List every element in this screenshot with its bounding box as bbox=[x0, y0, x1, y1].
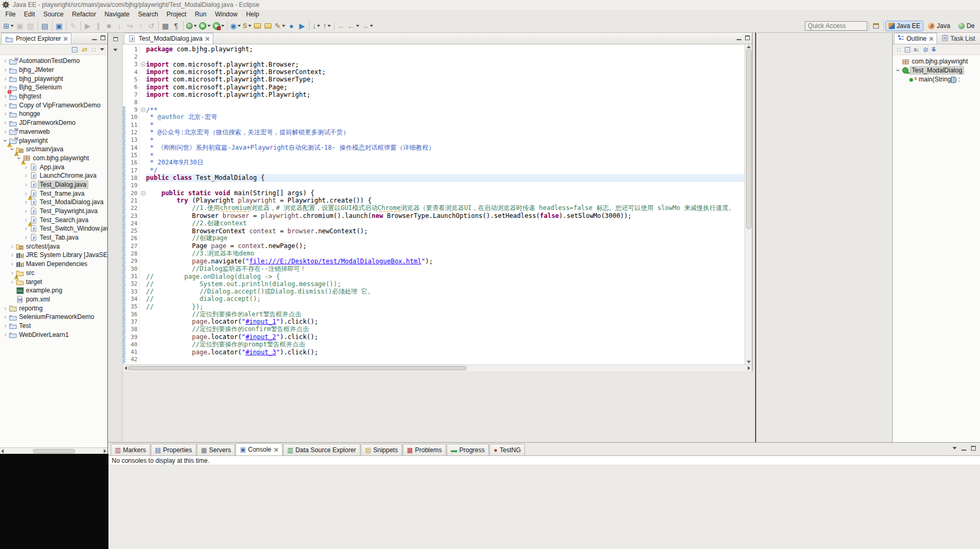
tree-item-test-dialog-java[interactable]: ›JTest_Dialog.java bbox=[0, 180, 107, 189]
code-line-35[interactable]: 35// }); bbox=[123, 303, 745, 310]
link-with-editor-icon[interactable]: ⇄ bbox=[81, 45, 87, 53]
tree-item-hongge[interactable]: ›hongge bbox=[0, 109, 107, 118]
chevron-collapsed-icon[interactable]: › bbox=[23, 235, 29, 240]
open-element-icon[interactable]: ▤ bbox=[40, 20, 50, 32]
code-line-32[interactable]: 32// System.out.println(dialog.message()… bbox=[123, 280, 745, 288]
code-line-7[interactable]: 7import com.microsoft.playwright.Playwri… bbox=[123, 91, 745, 98]
tree-item-com-bjhg-playwright[interactable]: ›com.bjhg.playwright bbox=[0, 154, 107, 163]
coverage-icon[interactable] bbox=[212, 20, 225, 32]
tree-item-seleniumframeworkdemo[interactable]: ›SeleniumFrameworkDemo bbox=[0, 313, 107, 322]
dropdown-caret-icon[interactable] bbox=[194, 25, 197, 27]
quick-access-input[interactable] bbox=[805, 21, 867, 31]
code-line-11[interactable]: 11 * bbox=[123, 121, 745, 129]
sort-icon[interactable]: a↓ bbox=[914, 47, 920, 52]
tab-servers[interactable]: ▦Servers bbox=[197, 444, 235, 455]
show-whitespace-icon[interactable]: ¶ bbox=[171, 20, 182, 32]
code-line-34[interactable]: 34// dialog.accept(); bbox=[123, 295, 745, 303]
new-servlet-icon[interactable]: S bbox=[242, 20, 252, 32]
chevron-collapsed-icon[interactable]: › bbox=[23, 182, 29, 187]
fold-collapse-icon[interactable] bbox=[139, 61, 146, 68]
code-line-40[interactable]: 40 //定位到要操作的prompt警告框并点击 bbox=[123, 341, 745, 348]
hide-fields-icon[interactable]: ⊘ bbox=[923, 46, 928, 53]
perspective-de[interactable]: De bbox=[955, 21, 978, 31]
dropdown-caret-icon[interactable] bbox=[11, 25, 14, 27]
tree-item-test-search-java[interactable]: ›JTest_Search.java bbox=[0, 215, 107, 224]
maximize-icon[interactable] bbox=[101, 35, 105, 40]
chevron-collapsed-icon[interactable]: › bbox=[2, 67, 8, 72]
project-explorer-hscrollbar[interactable] bbox=[0, 447, 107, 454]
code-line-29[interactable]: 29 page.navigate("file:///E:/Desktop/tes… bbox=[123, 258, 745, 265]
close-icon[interactable] bbox=[929, 36, 933, 41]
editor-hscrollbar[interactable] bbox=[123, 364, 752, 371]
forward-icon[interactable]: → bbox=[360, 20, 374, 32]
tree-item-test-playwright-java[interactable]: ›JTest_Playwright.java bbox=[0, 207, 107, 216]
chevron-collapsed-icon[interactable]: › bbox=[2, 94, 8, 99]
code-line-19[interactable]: 19 bbox=[123, 182, 745, 189]
tree-item-src[interactable]: ›src bbox=[0, 269, 107, 278]
chevron-collapsed-icon[interactable]: › bbox=[23, 208, 29, 214]
tree-item-mavenweb[interactable]: ›Mmavenweb bbox=[0, 127, 107, 136]
dropdown-caret-icon[interactable] bbox=[207, 25, 211, 27]
chevron-collapsed-icon[interactable]: › bbox=[9, 261, 15, 267]
chevron-collapsed-icon[interactable]: › bbox=[23, 226, 29, 231]
view-menu-icon[interactable] bbox=[952, 447, 957, 450]
hide-static-members-icon[interactable]: S bbox=[932, 47, 936, 52]
tree-item-playwright[interactable]: ›Mplaywright bbox=[0, 136, 107, 145]
focus-icon[interactable]: ∷ bbox=[92, 46, 96, 53]
tab-console[interactable]: ▣Console bbox=[235, 443, 282, 455]
tree-item-src-main-java[interactable]: ›src/main/java bbox=[0, 145, 107, 154]
chevron-collapsed-icon[interactable]: › bbox=[2, 58, 8, 63]
dropdown-caret-icon[interactable] bbox=[370, 25, 373, 27]
code-editor[interactable]: 1package com.bjhg.playwright;23import co… bbox=[123, 44, 745, 364]
code-line-17[interactable]: 17 */ bbox=[123, 167, 745, 174]
open-perspective-icon[interactable] bbox=[871, 20, 882, 32]
web-browser-icon[interactable]: ● bbox=[286, 20, 297, 32]
chevron-collapsed-icon[interactable]: › bbox=[2, 306, 8, 311]
tree-item-bjhg-playwright[interactable]: ›bjhg_playwright bbox=[0, 74, 107, 83]
tab-test-modaldialog-java[interactable]: J Test_ModalDialog.java bbox=[124, 33, 213, 44]
chevron-collapsed-icon[interactable]: › bbox=[2, 129, 8, 134]
run-external-icon[interactable]: ▶ bbox=[297, 20, 307, 32]
fold-collapse-icon[interactable] bbox=[139, 106, 146, 114]
menu-search[interactable]: Search bbox=[134, 10, 162, 19]
perspective-java[interactable]: JJava bbox=[925, 21, 953, 31]
chevron-collapsed-icon[interactable]: › bbox=[23, 173, 29, 178]
code-line-31[interactable]: 31// page.onDialog(dialog -> { bbox=[123, 272, 745, 280]
code-line-8[interactable]: 8 bbox=[123, 98, 745, 106]
focus-active-task-icon[interactable]: ∷ bbox=[897, 46, 901, 53]
code-line-4[interactable]: 4import com.microsoft.playwright.Browser… bbox=[123, 68, 745, 76]
code-line-39[interactable]: 39 page.locator("#input_2").click(); bbox=[123, 333, 745, 341]
code-line-9[interactable]: 9/** bbox=[123, 106, 745, 114]
chevron-collapsed-icon[interactable]: › bbox=[2, 120, 8, 125]
code-line-15[interactable]: 15 * bbox=[123, 151, 745, 159]
dropdown-caret-icon[interactable] bbox=[317, 25, 320, 27]
close-icon[interactable] bbox=[274, 447, 278, 452]
tree-item-test-switch-window-java[interactable]: ›JTest_Switch_Window.java bbox=[0, 224, 107, 233]
tree-item-test[interactable]: ›Test bbox=[0, 322, 107, 331]
dropdown-caret-icon[interactable] bbox=[328, 25, 331, 27]
editor-vscrollbar[interactable] bbox=[745, 44, 752, 364]
tree-item-src-test-java[interactable]: ›src/test/java bbox=[0, 242, 107, 251]
code-line-2[interactable]: 2 bbox=[123, 53, 745, 60]
tree-item-jdframeworkdemo[interactable]: ›JDFrameworkDemo bbox=[0, 118, 107, 127]
menu-source[interactable]: Source bbox=[39, 10, 68, 19]
code-line-28[interactable]: 28 //3.浏览器本地demo bbox=[123, 250, 745, 257]
code-line-41[interactable]: 41 page.locator("#input_3").click(); bbox=[123, 349, 745, 356]
chevron-collapsed-icon[interactable]: › bbox=[23, 164, 29, 170]
tab-project-explorer[interactable]: Project Explorer bbox=[1, 33, 71, 44]
code-line-30[interactable]: 30 //Dialog监听器不存在--注销掉即可！ bbox=[123, 265, 745, 272]
dropdown-caret-icon[interactable] bbox=[238, 25, 241, 27]
code-line-3[interactable]: 3import com.microsoft.playwright.Browser… bbox=[123, 61, 745, 68]
tab-markers[interactable]: ▥Markers bbox=[111, 444, 150, 455]
dropdown-caret-icon[interactable] bbox=[248, 25, 251, 27]
scroll-left-icon[interactable] bbox=[1, 449, 4, 453]
code-line-1[interactable]: 1package com.bjhg.playwright; bbox=[123, 45, 745, 53]
dropdown-caret-icon[interactable] bbox=[221, 25, 224, 27]
sash-divider[interactable] bbox=[755, 33, 756, 442]
menu-refactor[interactable]: Refactor bbox=[68, 10, 100, 19]
code-line-27[interactable]: 27 Page page = context.newPage(); bbox=[123, 242, 745, 250]
tab-problems[interactable]: ▩Problems bbox=[403, 444, 446, 455]
tree-item-app-java[interactable]: ›JApp.java bbox=[0, 162, 107, 171]
tree-item-copy-of-vipframeworkdemo[interactable]: ›Copy of VipFrameworkDemo bbox=[0, 100, 107, 109]
scroll-left-icon[interactable] bbox=[124, 366, 127, 370]
